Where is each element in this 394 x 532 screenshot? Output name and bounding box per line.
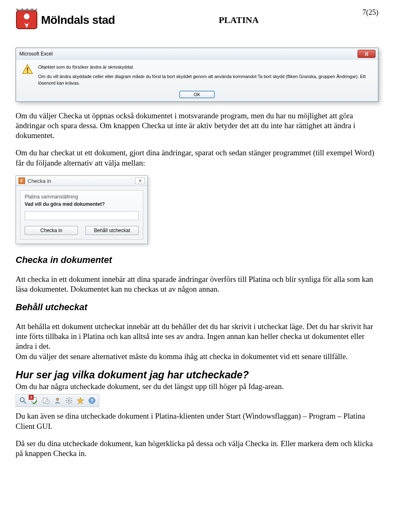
checka-dialog-title: Checka in [27, 178, 51, 184]
svg-point-5 [20, 398, 24, 402]
excel-msg-2: Om du vill ändra skyddade celler eller d… [38, 73, 372, 87]
excel-dialog-title: Microsoft Excel [19, 51, 53, 57]
checka-question: Vad vill du göra med dokumentet? [25, 201, 139, 207]
checka-in-button[interactable]: Checka in [25, 226, 78, 235]
svg-point-13 [68, 399, 70, 402]
behall-utcheckat-button[interactable]: Behåll utcheckat [85, 226, 139, 235]
star-icon[interactable] [76, 396, 85, 405]
checka-in-dialog: F Checka in ✕ Platina sammanställning Va… [16, 175, 148, 244]
svg-line-20 [66, 402, 67, 403]
svg-line-21 [71, 398, 71, 399]
svg-text:?: ? [91, 398, 94, 403]
section3-text3: Då ser du dina utcheckade dokument, kan … [16, 439, 378, 459]
section3-text1: Om du har några utcheckade dokument, ser… [16, 382, 378, 392]
svg-marker-22 [77, 397, 84, 404]
gear-icon[interactable] [64, 396, 74, 405]
checked-out-documents-icon[interactable]: 1 [30, 396, 39, 405]
paragraph-2: Om du har checkat ut ett dokument, gjort… [16, 148, 378, 168]
heading-behall: Behåll utcheckat [16, 302, 378, 313]
svg-rect-4 [27, 71, 28, 73]
history-icon[interactable] [41, 396, 51, 405]
warning-icon [22, 64, 33, 87]
page-number: 7(25) [362, 8, 378, 17]
close-button[interactable]: X [357, 50, 376, 58]
logo-text: Mölndals stad [41, 14, 115, 27]
section1-text: Att checka in ett dokument innebär att d… [16, 274, 378, 295]
checka-input[interactable] [25, 211, 139, 220]
excel-warning-dialog: Microsoft Excel X Objektet som du försök… [16, 48, 378, 102]
heading-hur-ser-jag: Hur ser jag vilka dokument jag har utche… [16, 369, 378, 381]
badge-count: 1 [29, 395, 34, 400]
close-button[interactable]: ✕ [135, 177, 145, 184]
excel-msg-1: Objektet som du försöker ändra är skrivs… [38, 64, 372, 71]
svg-line-18 [66, 398, 67, 399]
app-icon: F [18, 177, 25, 184]
svg-line-6 [24, 401, 26, 403]
paragraph-1: Om du väljer Checka ut öppnas också doku… [16, 111, 378, 141]
user-icon[interactable] [53, 396, 62, 405]
section3-text2: Du kan även se dina utcheckade dokument … [16, 411, 378, 431]
heading-checka-in: Checka in dokumentet [16, 255, 378, 265]
checka-subtitle: Platina sammanställning [25, 194, 139, 200]
svg-line-19 [71, 402, 71, 403]
help-icon[interactable]: ? [87, 396, 97, 405]
section2-text: Att behålla ett dokument utcheckat inneb… [16, 322, 378, 362]
page-title: PLATINA [115, 15, 362, 25]
idag-toolbar: 1 ? [16, 394, 99, 407]
coat-of-arms-icon [16, 7, 38, 33]
search-icon[interactable] [18, 396, 28, 405]
svg-rect-3 [27, 67, 28, 71]
svg-point-1 [24, 14, 30, 19]
svg-point-12 [56, 398, 59, 401]
logo: Mölndals stad [16, 7, 115, 33]
ok-button[interactable]: OK [179, 91, 215, 98]
